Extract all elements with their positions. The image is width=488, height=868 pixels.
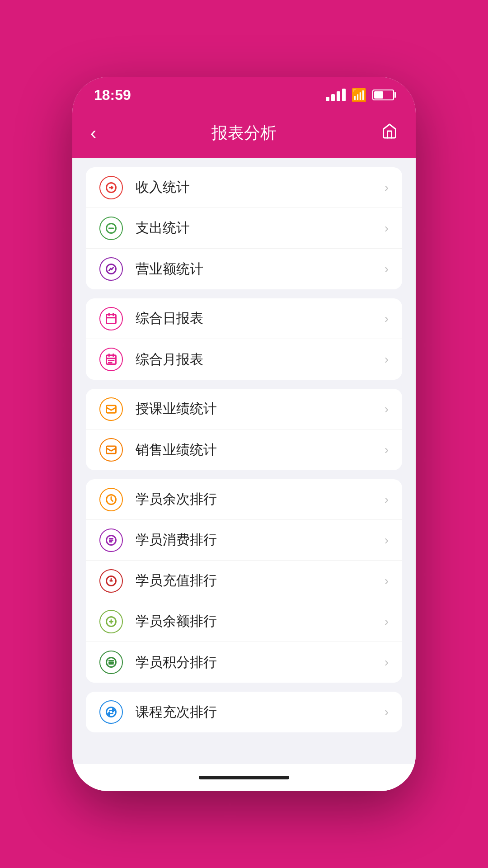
monthly-icon	[99, 348, 123, 371]
sales-label: 销售业绩统计	[136, 441, 385, 459]
status-time: 18:59	[94, 87, 131, 104]
list-item-revenue[interactable]: 营业额统计 ›	[86, 249, 402, 289]
page-title: 报表分析	[211, 122, 277, 144]
monthly-label: 综合月报表	[136, 350, 385, 369]
income-chevron-icon: ›	[385, 180, 389, 195]
daily-chevron-icon: ›	[385, 311, 389, 326]
student-balance-icon	[99, 610, 123, 633]
income-label: 收入统计	[136, 178, 385, 197]
group-student-ranking: 学员余次排行 › 学员消费排行 ›	[86, 479, 402, 683]
daily-label: 综合日报表	[136, 309, 385, 328]
course-recharge-label: 课程充次排行	[136, 703, 385, 722]
wifi-icon: 📶	[351, 88, 367, 103]
home-button[interactable]	[381, 123, 398, 143]
list-item-student-points[interactable]: 学员积分排行 ›	[86, 642, 402, 683]
expense-icon	[99, 217, 123, 240]
status-icons: 📶	[326, 88, 394, 103]
svg-point-23	[107, 708, 116, 717]
phone-frame: 18:59 📶 ‹ 报表分析	[72, 77, 416, 791]
list-item-daily[interactable]: 综合日报表 ›	[86, 298, 402, 339]
svg-rect-3	[107, 314, 116, 323]
nav-bar: ‹ 报表分析	[72, 113, 416, 158]
revenue-icon	[99, 257, 123, 281]
sales-chevron-icon: ›	[385, 443, 389, 457]
student-points-icon	[99, 651, 123, 674]
battery-icon	[372, 90, 394, 100]
monthly-chevron-icon: ›	[385, 352, 389, 367]
teaching-icon	[99, 397, 123, 421]
sales-icon	[99, 438, 123, 462]
group-reports: 综合日报表 › 综合月报表 ›	[86, 298, 402, 380]
list-item-income[interactable]: 收入统计 ›	[86, 167, 402, 208]
income-icon	[99, 176, 123, 199]
list-item-course-recharge[interactable]: 课程充次排行 ›	[86, 692, 402, 732]
course-recharge-chevron-icon: ›	[385, 705, 389, 719]
student-recharge-icon	[99, 569, 123, 593]
bottom-indicator	[72, 764, 416, 791]
list-item-student-remain[interactable]: 学员余次排行 ›	[86, 479, 402, 520]
teaching-label: 授课业绩统计	[136, 400, 385, 418]
svg-rect-14	[107, 446, 116, 453]
revenue-chevron-icon: ›	[385, 262, 389, 276]
student-points-label: 学员积分排行	[136, 653, 385, 672]
daily-icon	[99, 307, 123, 330]
student-remain-label: 学员余次排行	[136, 490, 385, 509]
student-remain-icon	[99, 488, 123, 511]
course-recharge-icon	[99, 700, 123, 724]
teaching-chevron-icon: ›	[385, 402, 389, 416]
list-item-sales[interactable]: 销售业绩统计 ›	[86, 429, 402, 470]
student-balance-chevron-icon: ›	[385, 614, 389, 629]
group-performance: 授课业绩统计 › 销售业绩统计 ›	[86, 389, 402, 470]
svg-rect-13	[107, 405, 116, 412]
revenue-label: 营业额统计	[136, 260, 385, 278]
home-indicator-bar	[199, 776, 289, 779]
student-recharge-label: 学员充值排行	[136, 571, 385, 590]
list-item-student-balance[interactable]: 学员余额排行 ›	[86, 601, 402, 642]
group-statistics: 收入统计 › 支出统计 ›	[86, 167, 402, 289]
list-item-student-recharge[interactable]: 学员充值排行 ›	[86, 561, 402, 601]
group-course-ranking: 课程充次排行 ›	[86, 692, 402, 732]
back-button[interactable]: ‹	[90, 123, 96, 143]
student-recharge-chevron-icon: ›	[385, 574, 389, 588]
student-remain-chevron-icon: ›	[385, 492, 389, 507]
list-item-expense[interactable]: 支出统计 ›	[86, 208, 402, 249]
status-bar: 18:59 📶	[72, 77, 416, 113]
student-consume-icon	[99, 528, 123, 552]
content-area: 收入统计 › 支出统计 ›	[72, 158, 416, 764]
student-balance-label: 学员余额排行	[136, 612, 385, 631]
list-item-monthly[interactable]: 综合月报表 ›	[86, 339, 402, 380]
expense-label: 支出统计	[136, 219, 385, 237]
expense-chevron-icon: ›	[385, 221, 389, 236]
student-points-chevron-icon: ›	[385, 655, 389, 670]
student-consume-label: 学员消费排行	[136, 531, 385, 549]
signal-bars-icon	[326, 89, 346, 101]
list-item-student-consume[interactable]: 学员消费排行 ›	[86, 520, 402, 561]
student-consume-chevron-icon: ›	[385, 533, 389, 547]
list-item-teaching[interactable]: 授课业绩统计 ›	[86, 389, 402, 429]
